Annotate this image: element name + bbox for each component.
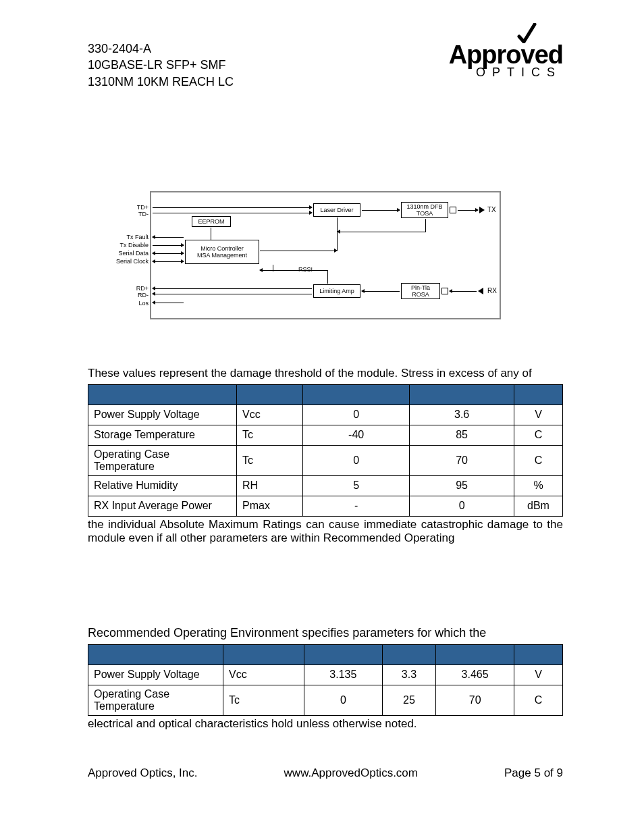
diagram-label-los: Los (134, 301, 149, 307)
block-diagram: TD+ TD- Tx Fault Tx Disable Serial Data … (150, 191, 501, 319)
diagram-line (458, 210, 478, 211)
table-row: Operating Case TemperatureTc070C (88, 445, 563, 475)
cell-symbol: Tc (223, 685, 304, 715)
diagram-label-tx: TX (487, 206, 496, 213)
cell-symbol: Tc (237, 425, 303, 445)
header: 330-2404-A 10GBASE-LR SFP+ SMF 1310NM 10… (88, 41, 563, 90)
table-row: Power Supply VoltageVcc03.6V (88, 405, 563, 425)
cell-unit: C (514, 445, 563, 475)
cell-unit: V (514, 664, 563, 685)
diagram-label-rx: RX (487, 287, 497, 294)
diagram-box-eeprom: EEPROM (192, 216, 231, 227)
cell-min: 5 (303, 475, 410, 496)
cell-min: 0 (303, 405, 410, 425)
diagram-coupler-tx (450, 207, 456, 213)
cell-unit: C (514, 425, 563, 445)
cell-max: 70 (410, 445, 514, 475)
header-text: 330-2404-A 10GBASE-LR SFP+ SMF 1310NM 10… (88, 41, 234, 90)
diagram-line (153, 207, 312, 208)
diagram-line (362, 291, 400, 292)
diagram-label-txfault: Tx Fault (119, 234, 149, 241)
diagram-line (362, 210, 400, 211)
header-line3: 1310NM 10KM REACH LC (88, 74, 234, 90)
cell-param: Operating Case Temperature (88, 685, 223, 715)
cell-param: Power Supply Voltage (88, 664, 223, 685)
diagram-line (153, 245, 184, 246)
diagram-box-rosa: Pin-Tia ROSA (401, 283, 440, 299)
diagram-label-rd-text: RD+ RD- (136, 285, 149, 298)
logo-text-v: v (521, 41, 535, 70)
section1-intro: These values represent the damage thresh… (88, 367, 563, 380)
table-row: Storage TemperatureTc-4085C (88, 425, 563, 445)
cell-unit: dBm (514, 496, 563, 516)
cell-param: Relative Humidity (88, 475, 237, 496)
block-diagram-container: TD+ TD- Tx Fault Tx Disable Serial Data … (88, 191, 563, 319)
cell-unit: C (514, 685, 563, 715)
cell-param: Storage Temperature (88, 425, 237, 445)
diagram-line (260, 251, 337, 251)
cell-max: 3.465 (436, 664, 514, 685)
cell-min: - (303, 496, 410, 516)
footer-page: Page 5 of 9 (504, 766, 563, 780)
table-header (382, 644, 436, 664)
header-line2: 10GBASE-LR SFP+ SMF (88, 57, 234, 73)
diagram-line (338, 232, 425, 232)
cell-min: 3.135 (304, 664, 383, 685)
diagram-label-td-text: TD+ TD- (137, 204, 149, 217)
table-header (410, 384, 514, 405)
diagram-box-laserdriver: Laser Driver (313, 203, 360, 217)
checkmark-icon (517, 23, 537, 43)
table-header (237, 384, 303, 405)
section1-after: the individual Absolute Maximum Ratings … (88, 518, 563, 545)
cell-param: Power Supply Voltage (88, 405, 237, 425)
diagram-arrow-tx (479, 207, 485, 213)
diagram-label-serialclock: Serial Clock (112, 259, 149, 265)
footer: Approved Optics, Inc. www.ApprovedOptics… (88, 766, 563, 780)
table-header (514, 644, 563, 664)
logo-text-appro: Appro (449, 41, 521, 69)
diagram-box-tosa: 1310nm DFB TOSA (401, 202, 448, 218)
cell-unit: % (514, 475, 563, 496)
logo-text-ed: ed (535, 41, 563, 69)
logo: Approved OPTICS (449, 41, 563, 80)
cell-max: 0 (410, 496, 514, 516)
table-row: Power Supply VoltageVcc3.1353.33.465V (88, 664, 563, 685)
diagram-line (153, 213, 312, 213)
table-row: Relative HumidityRH595% (88, 475, 563, 496)
diagram-box-limitingamp: Limiting Amp (313, 284, 360, 298)
logo-v-letter: v (521, 41, 535, 69)
cell-symbol: RH (237, 475, 303, 496)
cell-max: 3.6 (410, 405, 514, 425)
table-header (304, 644, 383, 664)
cell-symbol: Vcc (237, 405, 303, 425)
cell-symbol: Pmax (237, 496, 303, 516)
diagram-line (273, 265, 273, 271)
cell-max: 70 (436, 685, 514, 715)
cell-unit: V (514, 405, 563, 425)
diagram-line (327, 270, 328, 284)
diagram-label-txdisable: Tx Disable (115, 242, 149, 249)
diagram-line (425, 219, 426, 232)
table-header (223, 644, 304, 664)
diagram-coupler-rx (441, 288, 448, 294)
footer-company: Approved Optics, Inc. (88, 766, 198, 780)
cell-param: Operating Case Temperature (88, 445, 237, 475)
cell-typ: 25 (382, 685, 436, 715)
diagram-line (450, 291, 477, 292)
diagram-line (260, 270, 327, 271)
cell-param: RX Input Average Power (88, 496, 237, 516)
table-header (88, 644, 223, 664)
table-header (514, 384, 563, 405)
table-header (436, 644, 514, 664)
section2-after: electrical and optical characteristics h… (88, 717, 563, 731)
section2-intro: Recommended Operating Environment specif… (88, 626, 563, 640)
cell-min: -40 (303, 425, 410, 445)
diagram-line (153, 303, 184, 303)
table-header (88, 384, 237, 405)
table-header (303, 384, 410, 405)
diagram-line (153, 237, 184, 238)
diagram-line (153, 261, 184, 262)
cell-typ: 3.3 (382, 664, 436, 685)
diagram-line (337, 217, 338, 251)
cell-min: 0 (303, 445, 410, 475)
